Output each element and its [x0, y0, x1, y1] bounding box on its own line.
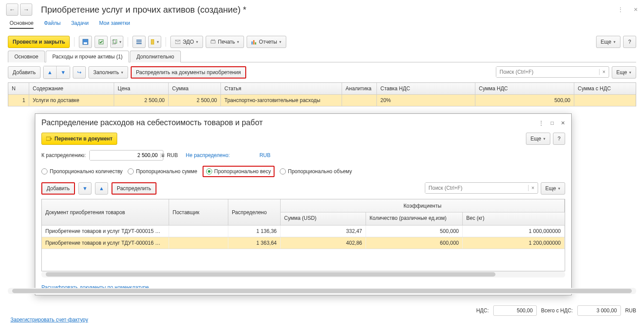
col-content: Содержание — [29, 83, 114, 95]
fill-button[interactable]: Заполнить — [88, 66, 128, 79]
radio-sum[interactable]: Пропорционально сумме — [128, 168, 197, 174]
tab-expenses[interactable]: Расходы и прочие активы (1) — [46, 51, 129, 62]
to-distribute-label: К распределению: — [41, 152, 86, 158]
share-icon-button[interactable]: ↪ — [73, 66, 86, 79]
post-close-button[interactable]: Провести и закрыть — [8, 36, 70, 48]
more-button[interactable]: Еще — [596, 36, 620, 48]
register-invoice-link[interactable]: Зарегистрировать счет-фактуру — [4, 312, 94, 327]
nav-back-button[interactable]: ← — [6, 3, 18, 16]
search-input[interactable] — [496, 67, 599, 77]
dlg-add-button[interactable]: Добавить — [41, 182, 75, 195]
to-distribute-input[interactable] — [90, 150, 160, 160]
dcol-weight: Вес (кг) — [463, 212, 565, 226]
dlg-down-button[interactable]: ▼ — [78, 182, 92, 195]
total-cur: RUB — [625, 308, 636, 314]
move-down-button[interactable]: ▼ — [57, 66, 70, 79]
dcol-qty: Количество (различные ед.изм) — [366, 212, 463, 226]
move-up-button[interactable]: ▲ — [44, 66, 57, 79]
col-vat-rate: Ставка НДС — [377, 83, 475, 95]
nav-notes[interactable]: Мои заметки — [99, 20, 130, 29]
calc-icon[interactable]: 🖩 — [160, 153, 165, 158]
dlg-hscroll[interactable] — [41, 271, 565, 277]
clear-search-icon[interactable]: × — [599, 69, 609, 75]
dcol-distributed: Распределено — [228, 199, 281, 226]
not-distributed-label: Не распределено: — [186, 152, 230, 158]
svg-rect-8 — [212, 39, 214, 41]
to-distribute-input-wrap[interactable]: 🖩 — [89, 150, 163, 161]
col-n: N — [8, 83, 29, 95]
transfer-button[interactable]: Перенести в документ — [41, 133, 117, 145]
svg-rect-10 — [253, 40, 254, 44]
attach-dropdown-button[interactable] — [148, 36, 161, 48]
dcol-doc: Документ приобретения товаров — [42, 199, 169, 226]
reports-button[interactable]: Отчеты — [247, 36, 286, 48]
col-analytics: Аналитика — [342, 83, 377, 95]
add-button[interactable]: Добавить — [8, 66, 41, 79]
svg-rect-1 — [84, 42, 87, 44]
dlg-up-button[interactable]: ▲ — [95, 182, 108, 195]
window-title: Приобретение услуг и прочих активов (соз… — [41, 5, 618, 15]
print-button[interactable]: Печать — [206, 36, 244, 48]
dlg-search-wrap[interactable]: × — [425, 182, 538, 194]
svg-rect-11 — [255, 42, 256, 44]
total-value: 3 000,00 — [577, 305, 621, 316]
dialog-menu-icon[interactable]: ⋮ — [539, 120, 544, 126]
svg-rect-5 — [151, 39, 154, 44]
dlg-clear-search-icon[interactable]: × — [528, 185, 538, 191]
col-sum: Сумма — [169, 83, 221, 95]
dialog-help-button[interactable]: ? — [553, 133, 565, 145]
svg-rect-7 — [211, 41, 215, 43]
edo-button[interactable]: ЭДО — [170, 36, 203, 48]
sub-more-button[interactable]: Еще — [612, 66, 636, 79]
dialog-title: Распределение расходов на себестоимость … — [41, 118, 539, 127]
dcol-coef: Коэффициенты — [281, 199, 565, 212]
nav-files[interactable]: Файлы — [44, 20, 61, 29]
save-icon-button[interactable] — [79, 36, 92, 48]
dialog-more-button[interactable]: Еще — [526, 133, 550, 145]
col-vat-sum: Сумма НДС — [475, 83, 574, 95]
svg-rect-9 — [251, 41, 253, 44]
svg-rect-3 — [112, 40, 115, 44]
cur2: RUB — [259, 152, 270, 158]
radio-qty[interactable]: Пропорционально количеству — [41, 168, 122, 174]
dialog-close-icon[interactable]: ✕ — [561, 120, 565, 126]
tab-additional[interactable]: Дополнительно — [130, 51, 180, 62]
dist-row[interactable]: Приобретение товаров и услуг ТДУТ-000016… — [42, 237, 565, 249]
cur1: RUB — [167, 152, 178, 158]
dlg-search-input[interactable] — [425, 183, 528, 193]
dcol-sum: Сумма (USD) — [281, 212, 366, 226]
col-sum-vat: Сумма с НДС — [574, 83, 636, 95]
copy-dropdown-button[interactable] — [110, 36, 123, 48]
col-price: Цена — [114, 83, 169, 95]
main-hscroll[interactable] — [8, 288, 636, 294]
dlg-more-button[interactable]: Еще — [541, 182, 565, 195]
tab-main[interactable]: Основное — [8, 51, 45, 62]
col-article: Статья — [221, 83, 342, 95]
distribution-dialog: Распределение расходов на себестоимость … — [35, 113, 572, 295]
expenses-table: N Содержание Цена Сумма Статья Аналитика… — [8, 82, 636, 106]
total-label: Всего с НДС: — [541, 308, 573, 314]
svg-rect-4 — [113, 39, 117, 43]
nav-main[interactable]: Основное — [10, 20, 34, 29]
dlg-distribute-button[interactable]: Распределить — [112, 182, 156, 195]
help-button[interactable]: ? — [623, 36, 636, 48]
nav-tasks[interactable]: Задачи — [71, 20, 88, 29]
radio-weight[interactable]: Пропорционально весу — [203, 166, 275, 177]
dcol-supplier: Поставщик — [169, 199, 228, 226]
dist-row[interactable]: Приобретение товаров и услуг ТДУТ-000015… — [42, 226, 565, 237]
distribution-table: Документ приобретения товаров Поставщик … — [41, 199, 565, 271]
distribute-docs-button[interactable]: Распределить на документы приобретения — [131, 66, 246, 79]
nav-fwd-button[interactable]: → — [20, 3, 32, 16]
close-icon[interactable]: ✕ — [634, 7, 638, 13]
radio-vol[interactable]: Пропорционально объему — [280, 168, 352, 174]
menu-icon[interactable]: ⋮ — [618, 7, 623, 13]
search-input-wrap[interactable]: × — [496, 66, 609, 78]
list-icon-button[interactable] — [132, 36, 146, 48]
dialog-max-icon[interactable]: □ — [551, 120, 554, 126]
post-icon-button[interactable] — [95, 36, 108, 48]
table-row[interactable]: 1 Услуги по доставке 2 500,00 2 500,00 Т… — [8, 95, 636, 106]
vat-value: 500,00 — [493, 305, 537, 316]
vat-label: НДС: — [476, 308, 489, 314]
